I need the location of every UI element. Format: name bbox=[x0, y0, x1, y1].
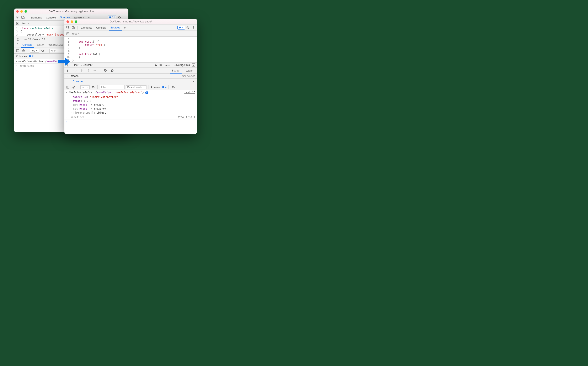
svg-rect-5 bbox=[16, 49, 17, 52]
expand-icon[interactable]: ▶ bbox=[71, 112, 72, 114]
traffic-lights bbox=[16, 10, 27, 13]
file-tab-label: test bbox=[72, 32, 77, 35]
divider bbox=[149, 85, 149, 89]
close-icon[interactable]: × bbox=[28, 22, 29, 25]
cursor-position: Line 13, Column 13 bbox=[23, 38, 45, 41]
more-tabs-icon[interactable]: » bbox=[123, 25, 127, 30]
kebab-menu-icon[interactable]: ⋮ bbox=[15, 43, 20, 47]
editor-status-bar: {} Line 13, Column 13 ▶ ⌘+Enter Coverage… bbox=[64, 62, 197, 68]
divider bbox=[47, 49, 47, 53]
info-icon[interactable]: i bbox=[145, 91, 148, 94]
object-property[interactable]: someValue: "HasPrivateGetter" bbox=[64, 95, 197, 99]
inspect-icon[interactable] bbox=[66, 25, 70, 30]
issues-count: 4 bbox=[182, 26, 183, 29]
expand-icon[interactable]: ▼ bbox=[66, 75, 68, 77]
close-icon[interactable] bbox=[16, 10, 19, 13]
pause-icon[interactable] bbox=[66, 68, 71, 73]
threads-section[interactable]: ▼ Threads Not paused bbox=[64, 74, 197, 78]
titlebar[interactable]: DevTools - drafts.csswg.org/css-color/ bbox=[14, 8, 128, 14]
console-toolbar: top▼ Default levels▼ 4 Issues: 4 bbox=[64, 84, 197, 90]
issues-link[interactable]: 21 bbox=[29, 55, 35, 58]
context-selector[interactable]: top▼ bbox=[30, 49, 39, 53]
undefined-value: undefined bbox=[20, 64, 34, 67]
drawer-tab-issues[interactable]: Issues bbox=[35, 42, 46, 48]
svg-rect-13 bbox=[69, 69, 69, 72]
divider bbox=[167, 69, 167, 72]
expand-icon[interactable]: ▶ bbox=[71, 108, 72, 110]
close-icon[interactable]: × bbox=[191, 79, 196, 84]
divider bbox=[78, 85, 78, 89]
object-property[interactable]: ▶ get #test: ƒ #test() bbox=[64, 103, 197, 107]
gear-icon[interactable] bbox=[171, 85, 175, 90]
watch-tab[interactable]: Watch bbox=[184, 68, 195, 74]
drawer-tab-console[interactable]: Console bbox=[71, 78, 84, 84]
svg-point-14 bbox=[75, 71, 76, 72]
code-body[interactable]: get #test() { return 'foo'; } set #test(… bbox=[71, 37, 106, 62]
drawer-tab-whatsnew[interactable]: What's New bbox=[47, 42, 64, 48]
sidebar-toggle-icon[interactable] bbox=[15, 48, 20, 53]
divider bbox=[28, 49, 28, 53]
device-toggle-icon[interactable] bbox=[71, 25, 76, 30]
debugger-toolbar: Scope Watch bbox=[64, 68, 197, 74]
tab-console[interactable]: Console bbox=[44, 15, 58, 20]
minimize-icon[interactable] bbox=[20, 10, 23, 13]
kebab-menu-icon[interactable]: ⋮ bbox=[191, 25, 196, 30]
tab-sources[interactable]: Sources bbox=[109, 25, 122, 30]
step-icon[interactable] bbox=[93, 68, 97, 73]
file-tab-test[interactable]: test × bbox=[71, 31, 80, 36]
expand-icon[interactable]: ▼ bbox=[66, 91, 67, 93]
drawer-tab-console[interactable]: Console bbox=[21, 42, 34, 48]
format-icon[interactable]: {} bbox=[16, 37, 20, 42]
zoom-icon[interactable] bbox=[24, 10, 27, 13]
coverage-label: Coverage: n/a bbox=[174, 64, 190, 67]
file-tabs: test × bbox=[64, 31, 197, 37]
scope-tab[interactable]: Scope bbox=[170, 68, 182, 74]
tab-console[interactable]: Console bbox=[95, 25, 108, 30]
console-output[interactable]: ▼ HasPrivateGetter {someValue: 'HasPriva… bbox=[64, 90, 197, 134]
console-object-row[interactable]: ▼ HasPrivateGetter {someValue: 'HasPriva… bbox=[64, 90, 197, 95]
main-toolbar: Elements Console Sources » 4 ⋮ bbox=[64, 24, 197, 31]
step-out-icon[interactable] bbox=[86, 68, 91, 73]
clear-console-icon[interactable] bbox=[21, 48, 26, 53]
expand-icon[interactable]: ▶ bbox=[71, 104, 72, 106]
collapse-icon[interactable]: ▼ bbox=[192, 63, 195, 67]
issues-badge[interactable]: 4 bbox=[177, 26, 185, 30]
kebab-menu-icon[interactable]: ⋮ bbox=[66, 79, 70, 84]
expand-icon[interactable]: ▼ bbox=[16, 60, 17, 62]
tab-elements[interactable]: Elements bbox=[79, 25, 94, 30]
tab-elements[interactable]: Elements bbox=[29, 15, 43, 20]
clear-console-icon[interactable] bbox=[71, 85, 76, 90]
step-over-icon[interactable] bbox=[73, 68, 77, 73]
run-icon[interactable]: ▶ bbox=[155, 64, 157, 67]
object-property[interactable]: ▶ set #test: ƒ #test(n) bbox=[64, 107, 197, 111]
log-levels-selector[interactable]: Default levels▼ bbox=[126, 85, 146, 89]
close-icon[interactable] bbox=[67, 20, 69, 23]
context-selector[interactable]: top▼ bbox=[80, 85, 90, 89]
snippet-run-icon[interactable] bbox=[66, 31, 70, 36]
source-location-link[interactable]: test:13 bbox=[184, 91, 195, 94]
sidebar-toggle-icon[interactable] bbox=[66, 85, 70, 90]
snippet-run-icon[interactable] bbox=[15, 21, 20, 26]
console-prompt[interactable]: › bbox=[64, 119, 197, 124]
titlebar[interactable]: DevTools - chrome://new-tab-page/ bbox=[64, 19, 197, 24]
pause-exceptions-icon[interactable] bbox=[110, 68, 115, 73]
eye-icon[interactable] bbox=[40, 48, 45, 53]
object-property[interactable]: #test: (...) bbox=[64, 99, 197, 103]
eye-icon[interactable] bbox=[91, 85, 95, 90]
file-tab-test[interactable]: test × bbox=[21, 21, 30, 26]
object-property[interactable]: ▶ [[Prototype]]: Object bbox=[64, 111, 197, 115]
issues-label: 21 Issues: bbox=[16, 55, 28, 58]
breakpoints-toggle-icon[interactable] bbox=[103, 68, 108, 73]
source-location-link[interactable]: VM52 test:1 bbox=[178, 115, 195, 119]
close-icon[interactable]: × bbox=[78, 32, 80, 35]
zoom-icon[interactable] bbox=[75, 20, 77, 23]
drawer-tabs: ⋮ Console × bbox=[64, 78, 197, 84]
device-toggle-icon[interactable] bbox=[21, 15, 25, 20]
step-into-icon[interactable] bbox=[79, 68, 84, 73]
minimize-icon[interactable] bbox=[71, 20, 73, 23]
issues-link[interactable]: 4 bbox=[162, 86, 167, 89]
filter-input[interactable] bbox=[100, 85, 125, 89]
code-editor[interactable]: 4567891011 get #test() { return 'foo'; }… bbox=[64, 37, 197, 62]
inspect-icon[interactable] bbox=[15, 15, 20, 20]
gear-icon[interactable] bbox=[186, 25, 190, 30]
